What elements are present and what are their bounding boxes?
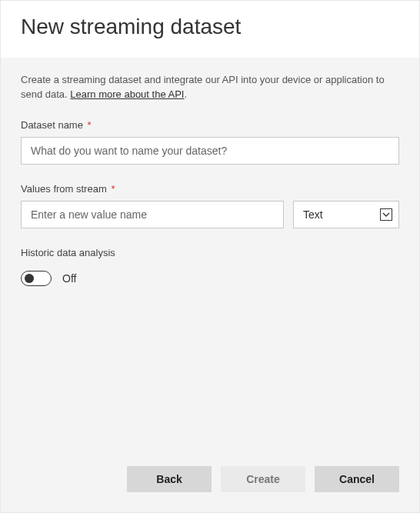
historic-toggle[interactable] — [21, 271, 52, 286]
dataset-name-label-text: Dataset name — [21, 119, 83, 131]
historic-data-label: Historic data analysis — [21, 247, 399, 258]
historic-toggle-state: Off — [62, 272, 76, 285]
required-indicator: * — [88, 119, 92, 131]
chevron-down-icon — [380, 208, 392, 221]
description-text: Create a streaming dataset and integrate… — [21, 73, 399, 102]
learn-more-link[interactable]: Learn more about the API — [70, 88, 184, 100]
dataset-name-input[interactable] — [21, 137, 399, 165]
values-from-stream-label-text: Values from stream — [21, 183, 107, 195]
page-title: New streaming dataset — [21, 15, 399, 39]
value-type-select[interactable]: Text — [293, 201, 399, 228]
value-name-input[interactable] — [21, 201, 284, 228]
values-from-stream-row: Text — [21, 201, 399, 228]
dataset-name-label: Dataset name * — [21, 119, 399, 131]
historic-toggle-row: Off — [21, 271, 399, 286]
panel-header: New streaming dataset — [1, 1, 419, 58]
new-streaming-dataset-panel: New streaming dataset Create a streaming… — [0, 0, 420, 513]
panel-footer: Back Create Cancel — [21, 454, 399, 492]
description-after: . — [184, 88, 187, 100]
cancel-button[interactable]: Cancel — [315, 466, 399, 492]
required-indicator: * — [111, 183, 115, 195]
back-button[interactable]: Back — [127, 466, 212, 492]
create-button[interactable]: Create — [221, 466, 305, 492]
values-from-stream-label: Values from stream * — [21, 183, 399, 195]
toggle-knob — [25, 274, 34, 283]
panel-body: Create a streaming dataset and integrate… — [1, 58, 419, 512]
value-type-selected: Text — [303, 208, 323, 221]
